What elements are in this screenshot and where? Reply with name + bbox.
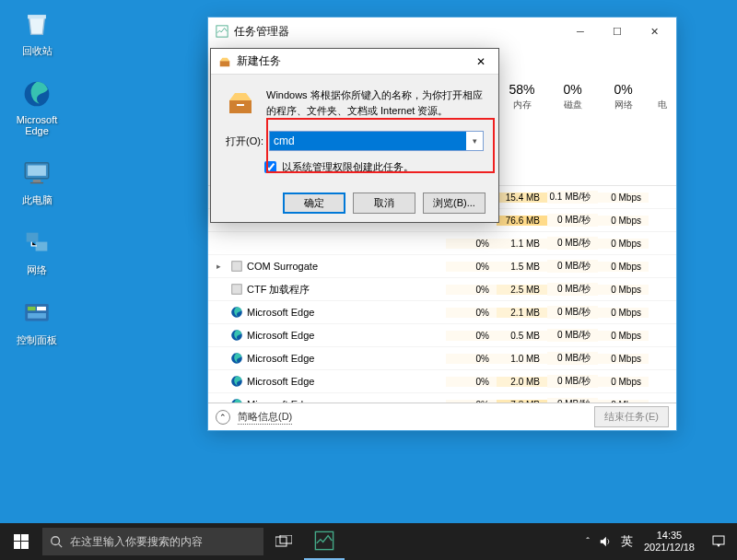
taskmgr-icon	[216, 25, 228, 38]
process-row[interactable]: ▸COM Surrogate0%1.5 MB0 MB/秒0 Mbps	[208, 255, 676, 278]
search-box[interactable]: 在这里输入你要搜索的内容	[42, 528, 263, 555]
window-title: 任务管理器	[234, 24, 289, 40]
process-name: COM Surrogate	[245, 261, 446, 272]
desktop-icon-label: 网络	[9, 263, 64, 277]
svg-rect-6	[36, 242, 48, 251]
dialog-titlebar[interactable]: 新建任务 ✕	[211, 49, 498, 75]
svg-rect-10	[28, 313, 46, 319]
open-combobox[interactable]: ▾	[269, 131, 484, 151]
svg-rect-3	[33, 180, 41, 182]
cell-network: 0 Mbps	[598, 308, 649, 318]
process-icon	[228, 351, 245, 366]
clock[interactable]: 14:35 2021/12/18	[638, 530, 700, 554]
svg-point-27	[52, 537, 60, 545]
control-panel-icon	[20, 297, 53, 330]
dialog-close-button[interactable]: ✕	[467, 51, 495, 73]
cell-network: 0 Mbps	[598, 331, 649, 341]
cell-network: 0 Mbps	[598, 354, 649, 364]
svg-rect-9	[37, 307, 46, 310]
action-center-button[interactable]	[700, 523, 737, 560]
col-power[interactable]: 电	[649, 82, 676, 111]
process-row[interactable]: CTF 加载程序0%2.5 MB0 MB/秒0 Mbps	[208, 278, 676, 301]
close-button[interactable]: ✕	[636, 18, 673, 44]
collapse-button[interactable]: ⌃	[216, 410, 230, 425]
open-label: 打开(O):	[226, 134, 263, 148]
svg-rect-20	[220, 61, 230, 66]
process-row[interactable]: Microsoft Edge0%7.8 MB0 MB/秒0 Mbps	[208, 393, 676, 402]
minimize-button[interactable]: ─	[562, 18, 599, 44]
process-row[interactable]: 0%1.1 MB0 MB/秒0 Mbps	[208, 232, 676, 255]
open-input[interactable]	[270, 132, 466, 150]
process-icon	[228, 259, 245, 274]
cell-network: 0 Mbps	[598, 239, 649, 249]
cell-disk: 0 MB/秒	[547, 329, 598, 342]
maximize-button[interactable]: ☐	[599, 18, 636, 44]
col-disk[interactable]: 0%磁盘	[547, 82, 598, 111]
taskbar-app-taskmgr[interactable]	[304, 523, 345, 560]
run-icon	[218, 55, 231, 68]
svg-rect-24	[21, 534, 29, 541]
admin-checkbox[interactable]	[264, 161, 276, 173]
ok-button[interactable]: 确定	[283, 192, 345, 214]
process-row[interactable]: Microsoft Edge0%0.5 MB0 MB/秒0 Mbps	[208, 324, 676, 347]
cell-disk: 0 MB/秒	[547, 283, 598, 296]
edge-icon	[20, 77, 53, 111]
volume-icon[interactable]	[599, 535, 612, 548]
process-name: Microsoft Edge	[245, 376, 446, 387]
cell-cpu: 0%	[446, 308, 497, 318]
desktop-this-pc[interactable]: 此电脑	[9, 157, 64, 207]
svg-rect-7	[25, 304, 49, 321]
start-button[interactable]	[0, 523, 42, 560]
svg-rect-23	[14, 534, 20, 541]
svg-rect-22	[237, 104, 244, 106]
cell-network: 0 Mbps	[598, 216, 649, 226]
run-large-icon	[226, 88, 255, 117]
dialog-title: 新建任务	[237, 53, 281, 69]
cancel-button[interactable]: 取消	[353, 192, 415, 214]
process-icon	[228, 328, 245, 343]
cell-memory: 1.0 MB	[497, 354, 547, 364]
svg-rect-12	[232, 262, 242, 272]
ime-indicator[interactable]: 英	[621, 533, 633, 550]
windows-icon	[14, 534, 29, 549]
browse-button[interactable]: 浏览(B)...	[423, 192, 485, 214]
col-network[interactable]: 0%网络	[598, 82, 649, 111]
desktop-edge[interactable]: Microsoft Edge	[9, 77, 64, 136]
desktop-icon-label: Microsoft Edge	[9, 114, 64, 136]
cell-disk: 0.1 MB/秒	[547, 191, 598, 204]
cell-memory: 2.1 MB	[497, 308, 547, 318]
desktop-control-panel[interactable]: 控制面板	[9, 297, 64, 347]
svg-rect-21	[229, 100, 252, 113]
col-memory[interactable]: 58%内存	[497, 82, 547, 111]
svg-rect-4	[30, 182, 43, 183]
process-row[interactable]: Microsoft Edge0%2.0 MB0 MB/秒0 Mbps	[208, 370, 676, 393]
expand-icon[interactable]: ▸	[208, 262, 228, 271]
cell-cpu: 0%	[446, 285, 497, 295]
cell-disk: 0 MB/秒	[547, 352, 598, 365]
admin-checkbox-label: 以系统管理权限创建此任务。	[282, 160, 414, 174]
tray-chevron-up-icon[interactable]: ˆ	[586, 536, 590, 547]
process-row[interactable]: Microsoft Edge0%1.0 MB0 MB/秒0 Mbps	[208, 347, 676, 370]
recycle-bin-icon	[20, 7, 53, 41]
desktop-recycle-bin[interactable]: 回收站	[9, 7, 64, 58]
cell-memory: 1.5 MB	[497, 262, 547, 272]
cell-disk: 0 MB/秒	[547, 260, 598, 273]
cell-network: 0 Mbps	[598, 262, 649, 272]
clock-time: 14:35	[644, 530, 695, 542]
cell-memory: 0.5 MB	[497, 331, 547, 341]
system-tray[interactable]: ˆ 英	[580, 533, 638, 550]
titlebar[interactable]: 任务管理器 ─ ☐ ✕	[208, 18, 676, 45]
cell-cpu: 0%	[446, 239, 497, 249]
svg-rect-8	[28, 307, 35, 310]
desktop-icon-label: 控制面板	[9, 333, 64, 347]
chevron-down-icon[interactable]: ▾	[466, 136, 483, 146]
task-view-button[interactable]	[263, 523, 304, 560]
cell-memory: 2.0 MB	[497, 377, 547, 387]
process-name: Microsoft Edge	[245, 353, 446, 364]
end-task-button[interactable]: 结束任务(E)	[594, 406, 669, 427]
desktop-network[interactable]: 网络	[9, 227, 64, 277]
process-row[interactable]: Microsoft Edge0%2.1 MB0 MB/秒0 Mbps	[208, 301, 676, 324]
fewer-details-link[interactable]: 简略信息(D)	[238, 410, 292, 425]
cell-network: 0 Mbps	[598, 192, 649, 203]
cell-disk: 0 MB/秒	[547, 237, 598, 250]
